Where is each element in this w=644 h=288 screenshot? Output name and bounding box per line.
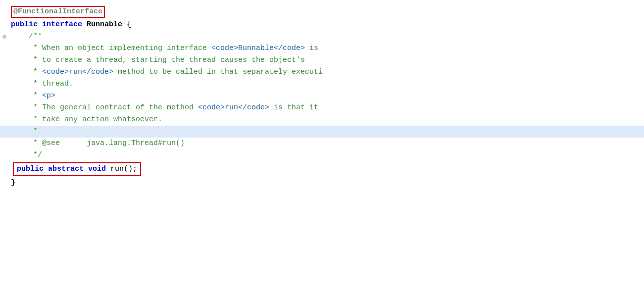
gutter-10 [0,114,9,126]
line-content-method: public abstract void run(); [9,161,644,177]
line-content-javadoc-7: * take any action whatsoever. [9,114,644,126]
gutter-3 [0,31,9,43]
code-viewer: @FunctionalInterface public interface Ru… [0,0,644,288]
line-content-javadoc-3: * <code>run</code> method to be called i… [9,66,644,78]
line-interface-decl: public interface Runnable { [0,19,644,31]
code-tag-4: <code>run</code> [198,103,269,112]
line-javadoc-5: * <p> [0,90,644,102]
line-content-annotation: @FunctionalInterface [9,5,644,19]
line-javadoc-see: * @see java.lang.Thread#run() [0,138,644,149]
gutter-4 [0,43,9,54]
keyword-public-2: public [17,165,44,173]
line-content-javadoc-5: * <p> [9,90,644,102]
code-tag-3: <p> [42,92,55,100]
line-javadoc-1: * When an object implementing interface … [0,43,644,54]
comment-open: /** [11,32,42,41]
gutter-9 [0,102,9,114]
line-content-javadoc-6: * The general contract of the method <co… [9,102,644,114]
line-closing-brace: } [0,177,644,189]
line-javadoc-open: /** [0,31,644,43]
keyword-abstract: abstract [48,165,84,173]
line-content-interface: public interface Runnable { [9,19,644,31]
gutter-8 [0,90,9,102]
line-javadoc-4: * thread. [0,78,644,90]
gutter-11 [0,126,9,138]
line-content-javadoc-8: * [9,126,644,138]
keyword-public: public [11,20,38,29]
code-tag-2: <code>run</code> [42,68,113,76]
line-javadoc-2: * to create a thread, starting the threa… [0,54,644,66]
line-content-brace: } [9,177,644,189]
line-content-javadoc-open: /** [9,31,644,43]
line-content-javadoc-4: * thread. [9,78,644,90]
line-javadoc-7: * take any action whatsoever. [0,114,644,126]
line-content-javadoc-close: */ [9,149,644,161]
gutter-14 [0,161,9,177]
code-tag-1: <code>Runnable</code> [211,44,305,52]
keyword-void: void [88,165,106,173]
gutter-13 [0,149,9,161]
line-javadoc-close: */ [0,149,644,161]
closing-brace: } [11,179,15,187]
line-annotation: @FunctionalInterface [0,5,644,19]
line-javadoc-6: * The general contract of the method <co… [0,102,644,114]
gutter-2 [0,19,9,31]
gutter-6 [0,66,9,78]
line-content-javadoc-1: * When an object implementing interface … [9,43,644,54]
line-content-javadoc-2: * to create a thread, starting the threa… [9,54,644,66]
gutter-1 [0,5,9,19]
line-method-decl: public abstract void run(); [0,161,644,177]
gutter-dot [2,35,6,39]
gutter-12 [0,138,9,149]
keyword-interface: interface [42,20,82,29]
annotation-text: @FunctionalInterface [13,7,102,16]
gutter-15 [0,177,9,189]
line-javadoc-8: * [0,126,644,138]
line-javadoc-3: * <code>run</code> method to be called i… [0,66,644,78]
gutter-5 [0,54,9,66]
interface-name: Runnable [87,20,122,29]
line-content-javadoc-see: * @see java.lang.Thread#run() [9,138,644,149]
gutter-7 [0,78,9,90]
